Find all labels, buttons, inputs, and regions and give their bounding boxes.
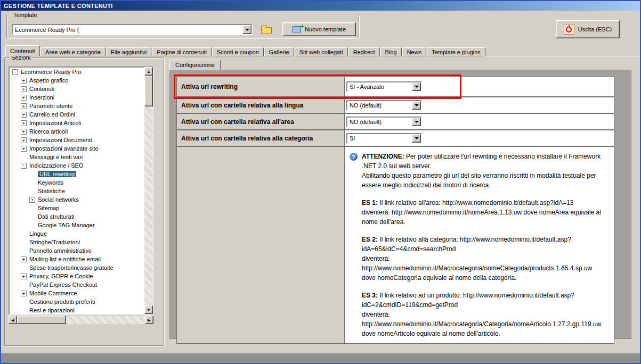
expand-icon[interactable]: + <box>29 197 35 203</box>
tree-item-label: Contenuti <box>29 86 54 92</box>
chevron-down-icon[interactable] <box>412 118 421 126</box>
tree-item-label: Social networks <box>38 196 79 203</box>
tree-item-impostazioni-articoli[interactable]: +Impostazioni Articoli <box>9 119 144 127</box>
expand-icon[interactable]: + <box>21 112 27 118</box>
config-tab-label: Configurazione <box>175 62 215 68</box>
tree-item-lingue[interactable]: Lingue <box>9 229 144 238</box>
tree-horizontal-scrollbar[interactable]: ◀ ▶ <box>9 316 153 324</box>
chevron-down-icon[interactable] <box>242 25 251 34</box>
tab-sconti-e-coupon[interactable]: Sconti e coupon <box>212 47 264 56</box>
new-template-button[interactable]: + Nuovo template <box>282 22 356 36</box>
expand-icon[interactable]: + <box>21 291 27 296</box>
tree-item-label: Lingue <box>29 230 47 237</box>
tab-aree-web-e-categorie[interactable]: Aree web e categorie <box>40 47 106 56</box>
expand-icon[interactable]: + <box>21 95 27 101</box>
tab-blog[interactable]: Blog <box>380 47 402 56</box>
expand-icon[interactable]: + <box>21 129 27 135</box>
chevron-down-icon[interactable] <box>412 82 421 91</box>
tree-item-privacy-gdpr-e-cookie[interactable]: +Privacy, GDPR e Cookie <box>9 272 144 280</box>
dropdown-attiva-url-con-cartella-relativa-alla-categoria[interactable]: SI <box>346 133 422 144</box>
chevron-down-icon[interactable] <box>412 134 421 143</box>
exit-button[interactable]: Uscita (ESC) <box>556 20 620 38</box>
tree-item-label: Statistiche <box>38 188 65 194</box>
expand-icon[interactable]: + <box>21 274 27 279</box>
tab-file-aggiuntivi[interactable]: File aggiuntivi <box>106 47 151 56</box>
tree-item-mobile-commerce[interactable]: +Mobile Commerce <box>9 289 144 297</box>
tree-item-ecommerce-ready-pro[interactable]: -Ecommerce Ready Pro <box>9 68 144 76</box>
tree-item-resi-e-riparazioni[interactable]: Resi e riparazioni <box>9 306 144 314</box>
tree-item-inserzioni[interactable]: +Inserzioni <box>9 93 144 102</box>
expand-icon[interactable]: + <box>21 120 27 126</box>
tree-item-label: Pannello amministrativo <box>29 247 92 254</box>
expand-icon[interactable]: + <box>21 78 27 84</box>
tree-item-label: PayPal Express Checkout <box>29 282 97 288</box>
scroll-left-icon[interactable]: ◀ <box>9 316 17 324</box>
scroll-up-icon[interactable]: ▲ <box>144 67 153 76</box>
tree-item-impostazioni-avanzate-sito[interactable]: +Impostazioni avanzate sito <box>9 144 144 153</box>
tree-item-indicizzazione-seo[interactable]: -Indicizzazione / SEO <box>9 161 144 170</box>
tree-item-pannello-amministrativo[interactable]: Pannello amministrativo <box>9 246 144 255</box>
tree-item-social-networks[interactable]: +Social networks <box>9 195 144 204</box>
window-titlebar[interactable]: GESTIONE TEMPLATE E CONTENUTI <box>1 1 640 11</box>
tree-item-ricerca-articoli[interactable]: +Ricerca articoli <box>9 127 144 136</box>
tree-item-label: Google TAG Manager <box>38 222 95 228</box>
tree-item-label: Mailing list e notifiche email <box>29 256 101 262</box>
tree-item-keywords[interactable]: Keywords <box>9 178 144 187</box>
tree-item-label: Impostazioni avanzate sito <box>29 145 99 152</box>
tab-template-e-plugins[interactable]: Template e plugins <box>427 47 485 56</box>
tab-gallerie[interactable]: Gallerie <box>264 47 294 56</box>
tree-vertical-scrollbar[interactable]: ▲ ▼ <box>144 67 153 314</box>
tab-redirect[interactable]: Redirect <box>348 47 380 56</box>
tree-item-stringhe-traduzioni[interactable]: Stringhe/Traduzioni <box>9 238 144 246</box>
expand-icon[interactable]: + <box>21 257 27 262</box>
tree-item-statistiche[interactable]: Statistiche <box>9 187 144 195</box>
horizontal-scroll-thumb[interactable] <box>17 316 66 324</box>
tree-item-spese-trasporto-incasso-gratuite[interactable]: Spese trasporto/incasso gratuite <box>9 263 144 272</box>
tree-item-label: Carrello ed Ordini <box>29 111 75 118</box>
tree-item-messaggi-e-testi-vari[interactable]: Messaggi e testi vari <box>9 153 144 161</box>
tree-item-label: Dati strutturati <box>38 213 74 220</box>
vertical-scroll-track[interactable] <box>144 76 153 305</box>
help-paragraphs: ATTENZIONE: Per poter utilizzare l'url r… <box>362 152 607 338</box>
tree-item-parametri-utente[interactable]: +Parametri utente <box>9 102 144 110</box>
expand-icon[interactable]: + <box>21 146 27 152</box>
tab-pagine-di-contenuti[interactable]: Pagine di contenuti <box>152 47 212 56</box>
scroll-down-icon[interactable]: ▼ <box>144 305 153 314</box>
expand-icon[interactable]: + <box>21 103 27 109</box>
tree-item-carrello-ed-ordini[interactable]: +Carrello ed Ordini <box>9 110 144 119</box>
tree-item-impostazioni-documenti[interactable]: +Impostazioni Documenti <box>9 136 144 144</box>
chevron-down-icon[interactable] <box>412 101 421 110</box>
expand-icon[interactable]: + <box>21 137 27 143</box>
tree-item-contenuti[interactable]: +Contenuti <box>9 85 144 93</box>
config-row-label: Attiva url con cartella relativa alla li… <box>177 97 345 113</box>
dropdown-attiva-url-con-cartella-relativa-all-area[interactable]: NO (default) <box>346 117 422 127</box>
tab-contenuti[interactable]: Contenuti <box>5 45 40 56</box>
tab-news[interactable]: News <box>402 47 427 56</box>
tree-item-aspetto-grafico[interactable]: +Aspetto grafico <box>9 76 144 85</box>
tree-item-url-rewriting[interactable]: URL rewriting <box>9 170 144 178</box>
scroll-right-icon[interactable]: ▶ <box>145 316 153 324</box>
collapse-icon[interactable]: - <box>12 69 18 75</box>
collapse-icon[interactable]: - <box>21 163 27 169</box>
vertical-scroll-thumb[interactable] <box>144 76 153 106</box>
expand-icon[interactable]: + <box>21 86 27 92</box>
tree-item-google-tag-manager[interactable]: Google TAG Manager <box>9 221 144 229</box>
tree-item-sitemap[interactable]: Sitemap <box>9 204 144 212</box>
tab-siti-web-collegati[interactable]: Siti web collegati <box>295 47 348 56</box>
question-icon: ? <box>350 153 358 161</box>
dropdown-attiva-url-rewriting[interactable]: SI - Avanzato <box>346 81 422 92</box>
template-select[interactable]: Ecommerce Ready Pro ( <box>12 24 253 35</box>
tree-item-paypal-express-checkout[interactable]: PayPal Express Checkout <box>9 280 144 289</box>
tree-item-gestione-prodotti-preferiti[interactable]: Gestione prodotti preferiti <box>9 297 144 306</box>
horizontal-scroll-track[interactable] <box>17 316 145 324</box>
dropdown-selected-value: SI <box>347 135 411 142</box>
open-template-button[interactable] <box>259 22 274 36</box>
tab-configurazione[interactable]: Configurazione <box>169 60 221 70</box>
config-row-value-cell: NO (default) <box>345 114 614 129</box>
tree-item-mailing-list-e-notifiche-email[interactable]: +Mailing list e notifiche email <box>9 255 144 263</box>
dropdown-attiva-url-con-cartella-relativa-alla-lingua[interactable]: NO (default) <box>346 100 422 111</box>
power-icon <box>566 27 572 32</box>
folder-icon <box>261 27 272 34</box>
tree-item-dati-strutturati[interactable]: Dati strutturati <box>9 212 144 221</box>
sections-tree: -Ecommerce Ready Pro+Aspetto grafico+Con… <box>9 67 144 314</box>
